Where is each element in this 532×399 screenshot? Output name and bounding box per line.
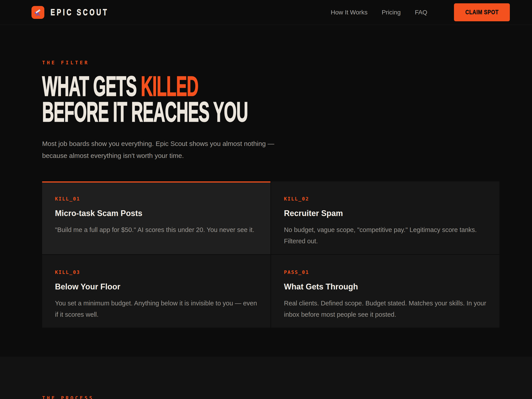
card-label: KILL_03 — [55, 270, 258, 275]
claim-spot-button[interactable]: CLAIM SPOT — [454, 3, 510, 21]
card-label: KILL_01 — [55, 196, 258, 202]
nav-link-faq[interactable]: FAQ — [415, 9, 427, 16]
top-navbar: EPIC SCOUT How It Works Pricing FAQ CLAI… — [0, 0, 532, 25]
kill-cards-grid: KILL_01 Micro-task Scam Posts "Build me … — [42, 181, 500, 328]
main-nav: How It Works Pricing FAQ CLAIM SPOT — [331, 3, 510, 21]
brand-name: EPIC SCOUT — [51, 7, 109, 17]
card-kill-02: KILL_02 Recruiter Spam No budget, vague … — [271, 181, 500, 254]
card-body: No budget, vague scope, "competitive pay… — [284, 224, 487, 247]
section-eyebrow: THE FILTER — [42, 60, 532, 65]
logo-box — [32, 6, 44, 19]
card-kill-01: KILL_01 Micro-task Scam Posts "Build me … — [42, 181, 270, 254]
card-pass-01: PASS_01 What Gets Through Real clients. … — [271, 255, 500, 328]
card-label: KILL_02 — [284, 196, 487, 202]
title-line2: BEFORE IT REACHES YOU — [42, 99, 248, 125]
brand-logo[interactable]: EPIC SCOUT — [32, 6, 129, 19]
card-body: You set a minimum budget. Anything below… — [55, 298, 258, 320]
card-label: PASS_01 — [284, 270, 487, 275]
card-body: "Build me a full app for $50." AI scores… — [55, 224, 258, 236]
card-title: Micro-task Scam Posts — [55, 209, 258, 218]
claim-spot-label: CLAIM SPOT — [465, 9, 499, 16]
card-title: Below Your Floor — [55, 282, 258, 291]
telescope-icon — [34, 8, 42, 16]
section-subtitle: Most job boards show you everything. Epi… — [42, 138, 275, 162]
process-section: THE PROCESS — [0, 357, 532, 399]
card-kill-03: KILL_03 Below Your Floor You set a minim… — [42, 255, 270, 328]
card-title: Recruiter Spam — [284, 209, 487, 218]
filter-section: THE FILTER WHAT GETS KILLED BEFORE IT RE… — [0, 25, 532, 357]
card-title: What Gets Through — [284, 282, 487, 291]
process-eyebrow: THE PROCESS — [42, 395, 532, 399]
nav-link-how-it-works[interactable]: How It Works — [331, 9, 367, 16]
nav-link-pricing[interactable]: Pricing — [382, 9, 401, 16]
section-title: WHAT GETS KILLED BEFORE IT REACHES YOU — [42, 73, 532, 125]
card-body: Real clients. Defined scope. Budget stat… — [284, 298, 487, 320]
